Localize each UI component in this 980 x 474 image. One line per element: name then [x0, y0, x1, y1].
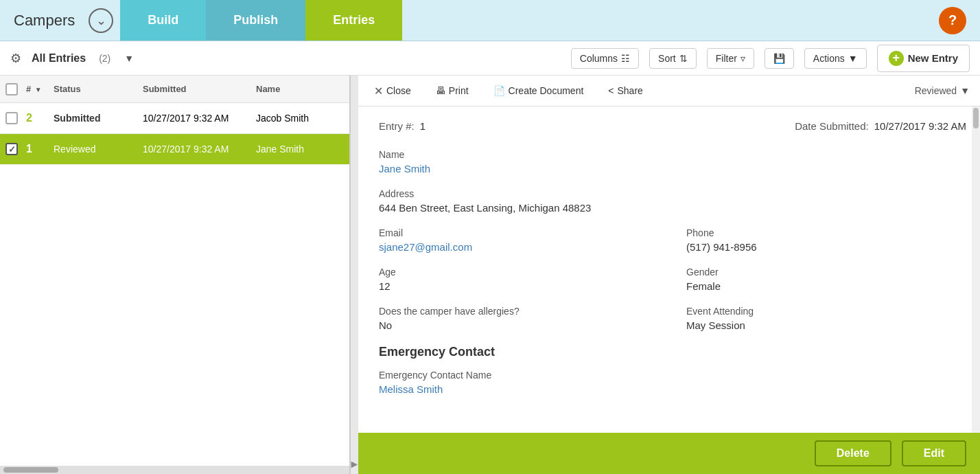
row1-status: Submitted [54, 113, 143, 124]
col-header-num: # ▼ [26, 84, 54, 94]
print-button[interactable]: 🖶 Print [430, 82, 474, 99]
share-button[interactable]: < Share [603, 82, 649, 99]
dropdown-icon[interactable]: ⌄ [89, 8, 113, 33]
row1-check[interactable] [5, 112, 26, 124]
age-gender-row: Age 12 Gender Female [379, 267, 966, 292]
share-icon: < [608, 85, 614, 96]
entry-content: Entry #: 1 Date Submitted: 10/27/2017 9:… [358, 106, 980, 433]
col-header-name: Name [256, 84, 344, 94]
gear-icon[interactable]: ⚙ [10, 51, 21, 66]
tab-build[interactable]: Build [120, 0, 206, 41]
num-sort-icon[interactable]: ▼ [35, 86, 42, 93]
email-value: sjane27@gmail.com [379, 241, 659, 253]
row1-submitted: 10/27/2017 9:32 AM [143, 113, 256, 124]
event-label: Event Attending [686, 306, 966, 317]
col-header-check [5, 83, 26, 95]
new-entry-icon: + [889, 51, 904, 66]
new-entry-label: New Entry [908, 52, 958, 64]
email-phone-row: Email sjane27@gmail.com Phone (517) 941-… [379, 227, 966, 253]
allergies-event-row: Does the camper have allergies? No Event… [379, 306, 966, 331]
actions-label: Actions [813, 53, 845, 64]
columns-label: Columns [580, 53, 618, 64]
row1-checkbox[interactable] [5, 112, 18, 124]
date-submitted-item: Date Submitted: 10/27/2017 9:32 AM [795, 120, 966, 132]
gender-label: Gender [686, 267, 966, 278]
row1-num: 2 [26, 112, 54, 124]
delete-button[interactable]: Delete [815, 440, 891, 466]
gender-field: Gender Female [686, 267, 966, 292]
row2-status: Reviewed [54, 144, 143, 155]
row2-checkbox[interactable] [5, 143, 18, 155]
table-row[interactable]: 1 Reviewed 10/27/2017 9:32 AM Jane Smith [0, 134, 349, 165]
all-entries-label: All Entries [32, 52, 86, 65]
reviewed-dropdown-icon[interactable]: ▼ [960, 85, 970, 96]
reviewed-label: Reviewed ▼ [915, 85, 970, 96]
actions-dropdown-icon: ▼ [848, 53, 858, 64]
email-label: Email [379, 227, 659, 238]
phone-field: Phone (517) 941-8956 [686, 227, 966, 253]
create-doc-icon: 📄 [493, 85, 505, 96]
filter-icon: ▿ [740, 53, 745, 64]
edit-button[interactable]: Edit [902, 440, 966, 466]
col-header-submitted: Submitted [143, 84, 256, 94]
name-label: Name [379, 149, 966, 160]
columns-button[interactable]: Columns ☷ [571, 48, 639, 69]
sort-label: Sort [658, 53, 676, 64]
new-entry-button[interactable]: + New Entry [877, 45, 970, 72]
create-document-button[interactable]: 📄 Create Document [488, 82, 590, 99]
resize-handle[interactable]: ► [350, 76, 358, 474]
ec-name-field: Emergency Contact Name Melissa Smith [379, 370, 966, 395]
table-body: 2 Submitted 10/27/2017 9:32 AM Jacob Smi… [0, 103, 349, 466]
row2-num: 1 [26, 143, 54, 155]
address-value: 644 Ben Street, East Lansing, Michigan 4… [379, 202, 966, 214]
phone-value: (517) 941-8956 [686, 241, 966, 253]
print-icon: 🖶 [436, 85, 445, 96]
actions-button[interactable]: Actions ▼ [804, 48, 867, 69]
tab-entries[interactable]: Entries [305, 0, 402, 41]
main-area: # ▼ Status Submitted Name 2 [0, 76, 980, 474]
right-panel: ✕ Close 🖶 Print 📄 Create Document < Shar… [358, 76, 980, 474]
gender-value: Female [686, 280, 966, 292]
date-submitted-value: 10/27/2017 9:32 AM [874, 120, 966, 132]
toolbar: ⚙ All Entries (2) ▼ Columns ☷ Sort ⇅ Fil… [0, 41, 980, 76]
scrollbar-thumb[interactable] [3, 467, 58, 473]
age-label: Age [379, 267, 659, 278]
select-all-checkbox[interactable] [5, 83, 18, 95]
scrollbar-thumb[interactable] [973, 108, 979, 128]
event-value: May Session [686, 319, 966, 331]
save-button[interactable]: 💾 [765, 48, 794, 69]
close-button[interactable]: ✕ Close [369, 82, 417, 100]
address-label: Address [379, 188, 966, 199]
print-label: Print [449, 85, 469, 96]
entry-toolbar: ✕ Close 🖶 Print 📄 Create Document < Shar… [358, 76, 980, 106]
ec-name-value: Melissa Smith [379, 383, 966, 395]
email-field: Email sjane27@gmail.com [379, 227, 659, 253]
nav-tabs: Build Publish Entries [120, 0, 402, 41]
table-header: # ▼ Status Submitted Name [0, 76, 349, 103]
row2-submitted: 10/27/2017 9:32 AM [143, 144, 256, 155]
tab-publish[interactable]: Publish [206, 0, 305, 41]
entries-count: (2) [99, 53, 110, 64]
col-header-status: Status [54, 84, 143, 94]
entry-actions: Delete Edit [358, 433, 980, 474]
help-button[interactable]: ? [939, 7, 966, 34]
row2-check[interactable] [5, 143, 26, 155]
share-label: Share [618, 85, 643, 96]
sort-button[interactable]: Sort ⇅ [649, 48, 697, 69]
app-title: Campers [0, 12, 89, 30]
allergies-value: No [379, 319, 659, 331]
age-field: Age 12 [379, 267, 659, 292]
entries-dropdown-icon[interactable]: ▼ [124, 53, 134, 64]
filter-button[interactable]: Filter ▿ [707, 48, 754, 69]
create-doc-label: Create Document [509, 85, 584, 96]
close-label: Close [386, 85, 411, 96]
vertical-scrollbar[interactable] [972, 106, 980, 433]
allergies-label: Does the camper have allergies? [379, 306, 659, 317]
event-field: Event Attending May Session [686, 306, 966, 331]
age-value: 12 [379, 280, 659, 292]
horizontal-scrollbar[interactable] [0, 466, 349, 474]
top-header: Campers ⌄ Build Publish Entries ? [0, 0, 980, 41]
table-row[interactable]: 2 Submitted 10/27/2017 9:32 AM Jacob Smi… [0, 103, 349, 134]
sort-icon: ⇅ [679, 53, 688, 64]
close-icon: ✕ [374, 84, 383, 98]
